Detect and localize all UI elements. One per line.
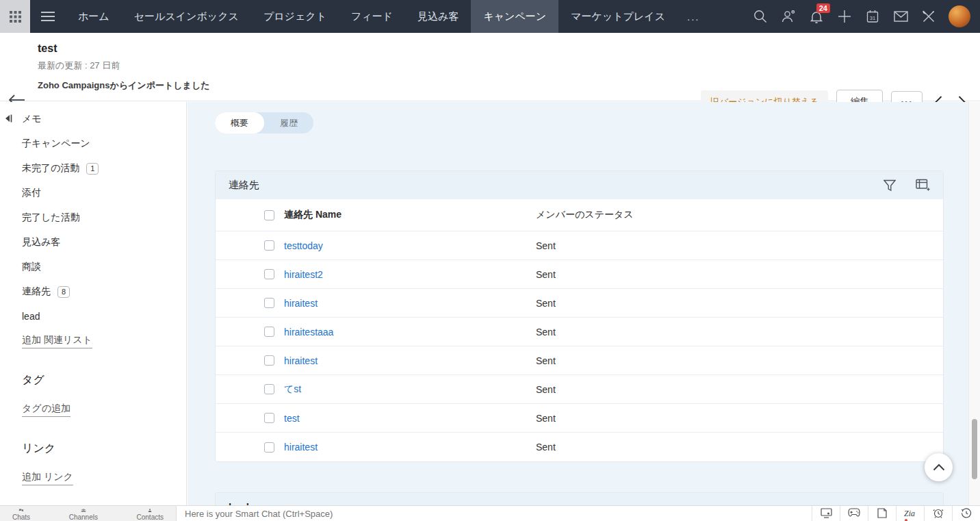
utility-tray: Zia <box>812 506 980 521</box>
sidebar-item-contacts[interactable]: 連絡先8 <box>0 279 186 304</box>
contacts-related-list-card: 連絡先 連絡先 Name メンバーのステータス testtodaySent hi… <box>215 170 944 462</box>
vertical-scrollbar[interactable] <box>968 102 980 505</box>
tags-section-title: タグ <box>0 370 186 390</box>
sidebar-item-label: 見込み客 <box>22 236 60 249</box>
contacts-card-header: 連絡先 <box>216 171 943 199</box>
column-header-member-status[interactable]: メンバーのステータス <box>536 209 634 221</box>
add-column-icon[interactable] <box>916 179 930 192</box>
main-content: 概要 履歴 連絡先 連絡先 Name メンバーのステータス testtodayS… <box>188 102 968 505</box>
sidebar-item-closed-activities[interactable]: 完了した活動 <box>0 205 186 230</box>
add-icon[interactable] <box>834 5 855 27</box>
nav-item-feeds[interactable]: フィード <box>339 0 405 33</box>
setup-icon[interactable] <box>918 5 940 27</box>
calendar-icon[interactable]: 31 <box>862 5 884 27</box>
add-tags-link-row: タグの追加 <box>0 397 186 422</box>
contact-name-link[interactable]: hiraitest <box>284 442 318 453</box>
add-related-list-link-row: 追加 関連リスト <box>0 329 186 353</box>
chats-button[interactable]: Chats <box>12 509 30 521</box>
collapse-sidebar-icon[interactable] <box>5 114 12 125</box>
record-header: test 最新の更新 : 27 日前 Zoho Campaignsからインポート… <box>0 33 980 101</box>
contact-name-link[interactable]: hiraitest <box>284 298 318 309</box>
smart-chat-input[interactable] <box>185 509 527 519</box>
users-icon[interactable] <box>777 5 799 27</box>
contact-name-link[interactable]: hiraitest <box>284 355 318 366</box>
sidebar-item-label: 完了した活動 <box>22 212 80 224</box>
contacts-icon <box>146 509 154 512</box>
sidebar-item-open-activities[interactable]: 未完了の活動1 <box>0 156 186 181</box>
app-launcher-icon[interactable] <box>0 0 30 33</box>
tab-overview[interactable]: 概要 <box>215 112 264 134</box>
contact-name-link[interactable]: hiraitestaaa <box>284 327 333 338</box>
nav-item-marketplace[interactable]: マーケットプレイス <box>558 0 678 33</box>
notes-icon[interactable] <box>868 506 896 521</box>
contact-name-link[interactable]: hiraitest2 <box>284 269 323 280</box>
lead-related-list-card: lead <box>215 492 944 505</box>
add-related-list-link[interactable]: 追加 関連リスト <box>22 334 92 348</box>
record-title-block: test 最新の更新 : 27 日前 Zoho Campaignsからインポート… <box>38 42 210 92</box>
contact-name-link[interactable]: testtoday <box>284 240 323 251</box>
row-checkbox[interactable] <box>264 442 274 453</box>
nav-item-campaigns[interactable]: キャンペーン <box>471 0 558 33</box>
row-checkbox[interactable] <box>264 240 274 251</box>
scrollbar-thumb[interactable] <box>972 419 977 479</box>
row-checkbox[interactable] <box>264 384 274 394</box>
channels-label: Channels <box>69 513 98 521</box>
nav-item-projects[interactable]: プロジェクト <box>251 0 339 33</box>
sidebar-item-leads[interactable]: 見込み客 <box>0 230 186 255</box>
nav-more-icon[interactable]: ... <box>678 0 710 33</box>
contacts-button[interactable]: Contacts <box>137 509 164 521</box>
row-checkbox[interactable] <box>264 355 274 366</box>
chats-label: Chats <box>12 513 30 521</box>
table-row: hiraitestSent <box>216 289 943 318</box>
imported-from-text: Zoho Campaignsからインポートしました <box>38 79 210 92</box>
sidebar-item-label: 商談 <box>22 261 41 273</box>
zia-icon[interactable]: Zia <box>896 506 924 521</box>
sidebar-item-label: 未完了の活動 <box>22 162 79 175</box>
search-icon[interactable] <box>749 5 771 27</box>
notifications-icon[interactable]: 24 <box>805 5 827 27</box>
sidebar-item-label: メモ <box>22 113 42 125</box>
row-checkbox[interactable] <box>264 298 274 308</box>
profile-avatar[interactable] <box>949 5 970 27</box>
add-links-link[interactable]: 追加 リンク <box>22 471 73 485</box>
mail-icon[interactable] <box>890 5 912 27</box>
filter-icon[interactable] <box>884 179 896 192</box>
count-badge: 8 <box>57 286 70 298</box>
row-checkbox[interactable] <box>264 413 274 423</box>
contact-name-link[interactable]: てst <box>284 383 301 394</box>
nav-item-home[interactable]: ホーム <box>66 0 122 33</box>
contacts-card-title: 連絡先 <box>229 179 259 192</box>
row-checkbox[interactable] <box>264 327 274 337</box>
sidebar-item-attachments[interactable]: 添付 <box>0 181 186 205</box>
sidebar-item-child-campaigns[interactable]: 子キャンペーン <box>0 131 186 156</box>
table-row: てstSent <box>216 375 943 404</box>
smart-chat-bar: Chats Channels Contacts Zia <box>0 505 980 521</box>
sidebar-item-lead[interactable]: lead <box>0 304 186 329</box>
channels-button[interactable]: Channels <box>69 509 98 521</box>
sidebar-item-label: 連絡先 <box>22 285 51 298</box>
sidebar-item-notes[interactable]: メモ <box>0 107 186 131</box>
games-icon[interactable] <box>840 506 868 521</box>
nav-item-leads[interactable]: 見込み客 <box>405 0 471 33</box>
select-all-checkbox[interactable] <box>264 210 274 220</box>
screen-share-icon[interactable] <box>812 506 840 521</box>
page-title: test <box>38 42 210 55</box>
sidebar-item-deals[interactable]: 商談 <box>0 255 186 279</box>
contacts-card-actions <box>884 179 930 192</box>
scroll-to-top-button[interactable] <box>925 453 953 481</box>
svg-text:Zia: Zia <box>904 509 915 518</box>
lead-card-header: lead <box>216 493 943 505</box>
add-links-link-row: 追加 リンク <box>0 466 186 490</box>
chat-input-area <box>177 506 812 521</box>
last-updated-text: 最新の更新 : 27 日前 <box>38 60 210 72</box>
nav-item-salesinbox[interactable]: セールスインボックス <box>122 0 251 33</box>
history-icon[interactable] <box>952 506 980 521</box>
column-header-contact-name[interactable]: 連絡先 Name <box>284 209 536 221</box>
reminders-icon[interactable] <box>924 506 952 521</box>
row-checkbox[interactable] <box>264 269 274 279</box>
channels-icon <box>77 509 90 512</box>
contact-name-link[interactable]: test <box>284 413 300 424</box>
add-tags-link[interactable]: タグの追加 <box>22 403 70 417</box>
tab-timeline[interactable]: 履歴 <box>264 112 313 134</box>
menu-icon[interactable] <box>30 0 66 33</box>
